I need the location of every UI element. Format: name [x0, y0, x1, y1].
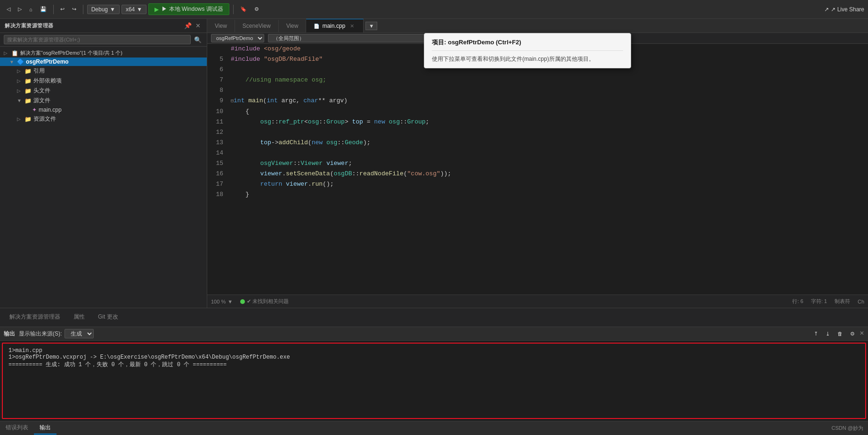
- cpp-file-icon: ✦: [32, 107, 37, 113]
- tooltip-title: 项目: osgRefPtrDemo (Ctrl+F2): [432, 38, 623, 47]
- code-line-11: 11 osg::ref_ptr<osg::Group> top = new os…: [207, 117, 868, 127]
- zoom-indicator: 100 % ▼: [211, 299, 233, 304]
- play-icon: ▶: [154, 6, 159, 13]
- tree-maincpp-item[interactable]: ✦ main.cpp: [0, 106, 207, 114]
- code-line-13: 13 top->addChild(new osg::Geode);: [207, 138, 868, 148]
- live-share-icon: ↗: [824, 6, 829, 13]
- settings-btn[interactable]: ⚙: [251, 5, 262, 13]
- headers-arrow-icon: ▷: [17, 88, 23, 93]
- expand-arrow-icon: ▷: [4, 50, 9, 56]
- tooltip-sep: [432, 50, 623, 51]
- sep1: [53, 5, 54, 14]
- debug-config-dropdown[interactable]: Debug ▼: [87, 5, 120, 14]
- solution-tree: ▷ 📋 解决方案"osgRefPtrDemo"(1 个项目/共 1 个) ▼ 🔷…: [0, 47, 207, 308]
- search-input[interactable]: [4, 35, 191, 44]
- output-title: 输出: [4, 330, 15, 338]
- zoom-dropdown-icon: ▼: [227, 299, 233, 304]
- tab-dropdown-btn[interactable]: ▼: [365, 22, 377, 30]
- status-ok-dot: [240, 299, 245, 304]
- home-btn[interactable]: ⌂: [26, 6, 35, 13]
- ext-deps-arrow-icon: ▷: [17, 78, 23, 83]
- output-scroll-bottom-btn[interactable]: ⤓: [823, 330, 833, 338]
- bottom-tab-bar: 解决方案资源管理器 属性 Git 更改: [0, 308, 868, 327]
- output-scroll-top-btn[interactable]: ⤒: [811, 330, 821, 338]
- live-share-btn[interactable]: ↗ ↗ Live Share: [824, 6, 864, 13]
- sidebar-search-bar: 🔍: [0, 33, 207, 47]
- tab-maincpp[interactable]: 📄 main.cpp ✕: [306, 19, 364, 33]
- tooltip-popup: 项目: osgRefPtrDemo (Ctrl+F2) 使用下拉菜单可查看和切换…: [424, 33, 631, 68]
- tree-source-item[interactable]: ▼ 📁 源文件: [0, 96, 207, 106]
- tree-external-deps-item[interactable]: ▷ 📁 外部依赖项: [0, 76, 207, 86]
- sidebar-title: 解决方案资源管理器: [5, 22, 54, 29]
- code-line-7: 7 //using namespace osg;: [207, 75, 868, 85]
- output-settings-btn[interactable]: ⚙: [847, 330, 858, 338]
- sep2: [83, 5, 83, 14]
- code-line-15: 15 osgViewer::Viewer viewer;: [207, 158, 868, 169]
- output-source-selector: 显示输出来源(S): 生成: [19, 329, 94, 338]
- solution-icon: 📋: [11, 50, 18, 57]
- solution-explorer-panel: 解决方案资源管理器 📌 ✕ 🔍 ▷ 📋 解决方案"osgRefPtrDemo"(…: [0, 19, 207, 308]
- sidebar-header: 解决方案资源管理器 📌 ✕: [0, 19, 207, 33]
- tab-sceneview[interactable]: SceneView: [235, 20, 279, 32]
- bottom-tab-git[interactable]: Git 更改: [92, 311, 124, 324]
- main-toolbar: ◁ ▷ ⌂ 💾 ↩ ↪ Debug ▼ x64 ▼ ▶ ▶ 本地 Windows…: [0, 0, 868, 19]
- output-source-label: 显示输出来源(S):: [19, 330, 62, 338]
- code-line-18: 18 }: [207, 189, 868, 200]
- code-editor[interactable]: #include <osg/geode 5 #include "osgDB/Re…: [207, 44, 868, 295]
- output-header: 输出 显示输出来源(S): 生成 ⤒ ⤓ 🗑 ⚙ ✕: [0, 327, 868, 341]
- folder-icon: 📁: [24, 116, 32, 123]
- tree-project-item[interactable]: ▼ 🔷 osgRefPtrDemo: [0, 57, 207, 66]
- output-close-btn[interactable]: ✕: [860, 330, 864, 338]
- tab-close-btn[interactable]: ✕: [348, 22, 356, 30]
- save-all-btn[interactable]: 💾: [37, 5, 49, 13]
- close-btn[interactable]: ✕: [194, 22, 202, 30]
- tooltip-desc: 使用下拉菜单可查看和切换到此文件(main.cpp)所属的其他项目。: [432, 55, 623, 63]
- folder-icon: 📁: [24, 98, 32, 104]
- code-line-12: 12: [207, 127, 868, 138]
- forward-btn[interactable]: ▷: [15, 5, 24, 13]
- tab-indicator: 制表符: [835, 298, 850, 305]
- code-line-16: 16 viewer.setSceneData(osgDB::readNodeFi…: [207, 169, 868, 179]
- folder-icon: 📁: [24, 78, 32, 84]
- references-arrow-icon: ▷: [17, 68, 23, 74]
- editor-area: View SceneView View 📄 main.cpp ✕ ▼ osgRe…: [207, 19, 868, 308]
- tree-headers-item[interactable]: ▷ 📁 头文件: [0, 86, 207, 96]
- tab-view1[interactable]: View: [207, 20, 235, 32]
- footer-bar: 错误列表 输出 CSDN @妙为: [0, 421, 868, 435]
- sidebar-toolbar: 📌 ✕: [183, 22, 202, 30]
- footer-tab-output[interactable]: 输出: [34, 422, 57, 435]
- bottom-tab-solution[interactable]: 解决方案资源管理器: [4, 311, 66, 324]
- code-line-8: 8: [207, 85, 868, 96]
- output-content: 1>main.cpp 1>osgRefPtrDemo.vcxproj -> E:…: [2, 343, 866, 419]
- redo-btn[interactable]: ↪: [69, 5, 79, 13]
- back-btn[interactable]: ◁: [4, 5, 13, 13]
- bottom-tab-properties[interactable]: 属性: [68, 311, 90, 324]
- resources-arrow-icon: ▷: [17, 116, 23, 122]
- tab-view2[interactable]: View: [279, 20, 307, 32]
- file-tab-icon: 📄: [314, 24, 319, 29]
- tree-solution-item[interactable]: ▷ 📋 解决方案"osgRefPtrDemo"(1 个项目/共 1 个): [0, 49, 207, 57]
- arch-dropdown[interactable]: x64 ▼: [122, 5, 146, 14]
- footer-tab-errors[interactable]: 错误列表: [0, 422, 34, 435]
- undo-btn[interactable]: ↩: [57, 5, 67, 13]
- pin-btn[interactable]: 📌: [183, 22, 193, 30]
- output-source-select[interactable]: 生成: [65, 329, 94, 338]
- editor-tab-bar: View SceneView View 📄 main.cpp ✕ ▼: [207, 19, 868, 33]
- sep3: [233, 5, 234, 14]
- tree-references-item[interactable]: ▷ 📁 引用: [0, 66, 207, 76]
- encoding-indicator: Ch: [858, 299, 864, 304]
- file-scope-dropdown[interactable]: osgRefPtrDemo: [211, 34, 264, 42]
- output-line-1: 1>main.cpp: [8, 347, 860, 354]
- bookmark-btn[interactable]: 🔖: [237, 5, 250, 13]
- status-csdn: CSDN @妙为: [832, 425, 868, 432]
- run-debug-btn[interactable]: ▶ ▶ 本地 Windows 调试器: [148, 3, 229, 15]
- code-line-10: 10 {: [207, 107, 868, 117]
- file-expand-icon: [24, 107, 30, 113]
- scope-bar: osgRefPtrDemo （全局范围） 项目: osgRefPtrDemo (…: [207, 33, 868, 44]
- output-clear-btn[interactable]: 🗑: [835, 330, 845, 338]
- char-indicator: 字符: 1: [811, 298, 827, 305]
- tree-resources-item[interactable]: ▷ 📁 资源文件: [0, 114, 207, 124]
- line-indicator: 行: 6: [792, 298, 803, 305]
- search-icon-btn[interactable]: 🔍: [193, 36, 203, 44]
- dropdown-arrow-icon: ▼: [137, 6, 142, 13]
